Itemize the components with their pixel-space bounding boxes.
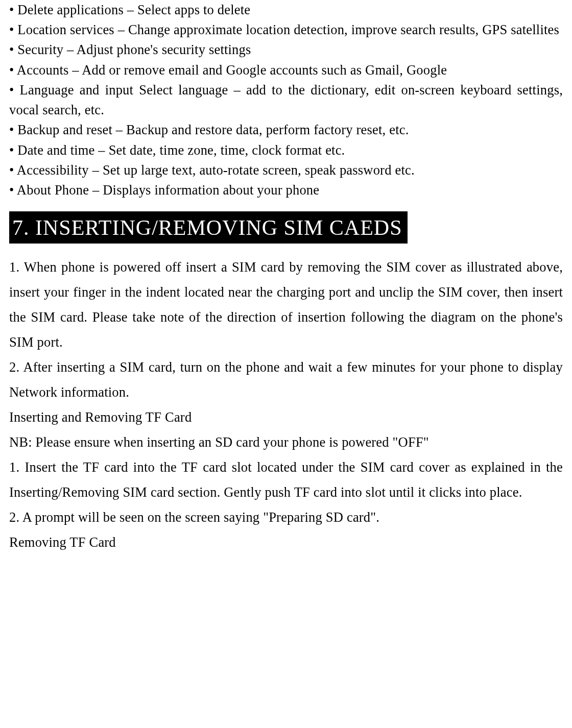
manual-page: • Delete applications – Select apps to d…	[0, 0, 572, 575]
step-2-turn-on: 2. After inserting a SIM card, turn on t…	[9, 355, 563, 405]
tf-step-2-prompt: 2. A prompt will be seen on the screen s…	[9, 505, 563, 530]
tf-step-1-insert: 1. Insert the TF card into the TF card s…	[9, 455, 563, 505]
sim-steps: 1. When phone is powered off insert a SI…	[9, 255, 563, 555]
bullet-location-services: • Location services – Change approximate…	[9, 20, 563, 40]
settings-bullets: • Delete applications – Select apps to d…	[9, 0, 563, 200]
section-heading-wrap: 7. INSERTING/REMOVING SIM CAEDS	[9, 211, 563, 244]
subhead-removing-tf: Removing TF Card	[9, 530, 563, 555]
section-heading-7: 7. INSERTING/REMOVING SIM CAEDS	[9, 211, 408, 244]
subhead-tf-card: Inserting and Removing TF Card	[9, 405, 563, 430]
bullet-security: • Security – Adjust phone's security set…	[9, 40, 563, 60]
bullet-date-time: • Date and time – Set date, time zone, t…	[9, 140, 563, 160]
bullet-language-input: • Language and input Select language – a…	[9, 80, 563, 120]
step-1-insert-sim: 1. When phone is powered off insert a SI…	[9, 255, 563, 355]
bullet-backup-reset: • Backup and reset – Backup and restore …	[9, 120, 563, 140]
bullet-about-phone: • About Phone – Displays information abo…	[9, 180, 563, 200]
bullet-accounts: • Accounts – Add or remove email and Goo…	[9, 60, 563, 80]
nb-power-off: NB: Please ensure when inserting an SD c…	[9, 430, 563, 455]
bullet-accessibility: • Accessibility – Set up large text, aut…	[9, 160, 563, 180]
bullet-delete-applications: • Delete applications – Select apps to d…	[9, 0, 563, 20]
